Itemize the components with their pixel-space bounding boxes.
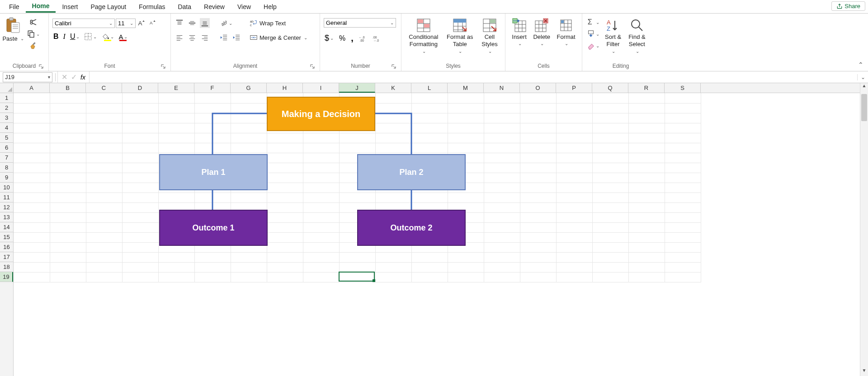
cell[interactable] bbox=[158, 123, 194, 133]
decrease-font-button[interactable]: A bbox=[147, 18, 157, 28]
cell[interactable] bbox=[267, 183, 303, 193]
cell[interactable] bbox=[665, 103, 701, 113]
cell[interactable] bbox=[14, 163, 50, 173]
row-header-3[interactable]: 3 bbox=[0, 113, 13, 123]
cell[interactable] bbox=[267, 202, 303, 212]
decrease-decimal-button[interactable]: .00→.0 bbox=[372, 33, 382, 43]
cell[interactable] bbox=[556, 143, 592, 153]
cell[interactable] bbox=[50, 202, 86, 212]
cell[interactable] bbox=[14, 103, 50, 113]
cell[interactable] bbox=[14, 93, 50, 103]
font-name-combo[interactable]: Calibri⌄ bbox=[52, 19, 115, 28]
cut-button[interactable] bbox=[26, 17, 41, 27]
cell[interactable] bbox=[339, 133, 375, 143]
cell[interactable] bbox=[592, 252, 628, 262]
percent-button[interactable]: % bbox=[338, 33, 346, 43]
cell[interactable] bbox=[194, 103, 231, 113]
row-header-12[interactable]: 12 bbox=[0, 202, 13, 212]
clear-button[interactable] bbox=[586, 41, 600, 51]
cell[interactable] bbox=[86, 202, 122, 212]
cell[interactable] bbox=[194, 193, 231, 202]
cell[interactable] bbox=[375, 93, 411, 103]
cell[interactable] bbox=[411, 103, 448, 113]
cell[interactable] bbox=[520, 272, 556, 282]
insert-cells-button[interactable]: Insert bbox=[509, 17, 529, 62]
orientation-button[interactable]: ab bbox=[219, 18, 233, 28]
font-size-combo[interactable]: 11⌄ bbox=[116, 19, 136, 28]
font-color-button[interactable]: A bbox=[118, 32, 128, 42]
autosum-button[interactable]: Σ bbox=[586, 17, 600, 27]
cell[interactable] bbox=[520, 143, 556, 153]
cell[interactable] bbox=[303, 232, 339, 242]
cell[interactable] bbox=[50, 103, 86, 113]
tab-page-layout[interactable]: Page Layout bbox=[84, 1, 132, 12]
cell[interactable] bbox=[267, 143, 303, 153]
fx-button[interactable]: fx bbox=[80, 74, 85, 81]
tab-help[interactable]: Help bbox=[257, 1, 283, 12]
cell[interactable] bbox=[339, 262, 375, 272]
cell[interactable] bbox=[122, 232, 158, 242]
cell[interactable] bbox=[556, 93, 592, 103]
cell[interactable] bbox=[628, 163, 665, 173]
cell[interactable] bbox=[484, 242, 520, 252]
cell-styles-button[interactable]: Cell Styles bbox=[479, 17, 500, 62]
cell[interactable] bbox=[231, 272, 267, 282]
cell[interactable] bbox=[303, 272, 339, 282]
cell[interactable] bbox=[50, 232, 86, 242]
sort-filter-button[interactable]: AZ Sort & Filter bbox=[602, 17, 624, 62]
cell[interactable] bbox=[520, 262, 556, 272]
cell[interactable] bbox=[14, 183, 50, 193]
cell[interactable] bbox=[628, 143, 665, 153]
cell[interactable] bbox=[556, 163, 592, 173]
col-header-B[interactable]: B bbox=[50, 83, 86, 93]
cell[interactable] bbox=[14, 222, 50, 232]
share-button[interactable]: Share bbox=[831, 1, 865, 11]
cell[interactable] bbox=[122, 153, 158, 163]
cell[interactable] bbox=[231, 93, 267, 103]
col-header-Q[interactable]: Q bbox=[592, 83, 628, 93]
fill-button[interactable] bbox=[586, 29, 600, 39]
row-header-2[interactable]: 2 bbox=[0, 103, 13, 113]
cell[interactable] bbox=[231, 252, 267, 262]
cell[interactable] bbox=[303, 173, 339, 183]
cell[interactable] bbox=[158, 103, 194, 113]
cell[interactable] bbox=[14, 252, 50, 262]
fill-color-button[interactable] bbox=[100, 32, 115, 42]
cell[interactable] bbox=[411, 262, 448, 272]
cell[interactable] bbox=[267, 242, 303, 252]
cell[interactable] bbox=[484, 252, 520, 262]
cell[interactable] bbox=[50, 193, 86, 202]
cell[interactable] bbox=[14, 143, 50, 153]
shape-plan2[interactable]: Plan 2 bbox=[357, 154, 466, 190]
cell[interactable] bbox=[267, 193, 303, 202]
cell[interactable] bbox=[267, 212, 303, 222]
decrease-indent-button[interactable] bbox=[219, 33, 229, 42]
cell[interactable] bbox=[411, 193, 448, 202]
cell[interactable] bbox=[50, 143, 86, 153]
cell[interactable] bbox=[592, 272, 628, 282]
cell[interactable] bbox=[50, 93, 86, 103]
row-header-14[interactable]: 14 bbox=[0, 222, 13, 232]
cell[interactable] bbox=[592, 202, 628, 212]
col-header-D[interactable]: D bbox=[122, 83, 158, 93]
cell[interactable] bbox=[665, 133, 701, 143]
cell[interactable] bbox=[375, 193, 411, 202]
cell[interactable] bbox=[520, 193, 556, 202]
cell[interactable] bbox=[14, 212, 50, 222]
cell[interactable] bbox=[303, 242, 339, 252]
cell[interactable] bbox=[592, 113, 628, 123]
cell[interactable] bbox=[520, 103, 556, 113]
cell[interactable] bbox=[520, 252, 556, 262]
cell[interactable] bbox=[50, 272, 86, 282]
cell[interactable] bbox=[375, 133, 411, 143]
paste-dropdown[interactable]: Paste bbox=[0, 34, 25, 43]
cell[interactable] bbox=[122, 93, 158, 103]
row-header-13[interactable]: 13 bbox=[0, 212, 13, 222]
tab-view[interactable]: View bbox=[231, 1, 257, 12]
cell[interactable] bbox=[665, 222, 701, 232]
cell[interactable] bbox=[484, 222, 520, 232]
cell[interactable] bbox=[628, 202, 665, 212]
cell[interactable] bbox=[628, 232, 665, 242]
cell[interactable] bbox=[303, 193, 339, 202]
cell[interactable] bbox=[50, 173, 86, 183]
